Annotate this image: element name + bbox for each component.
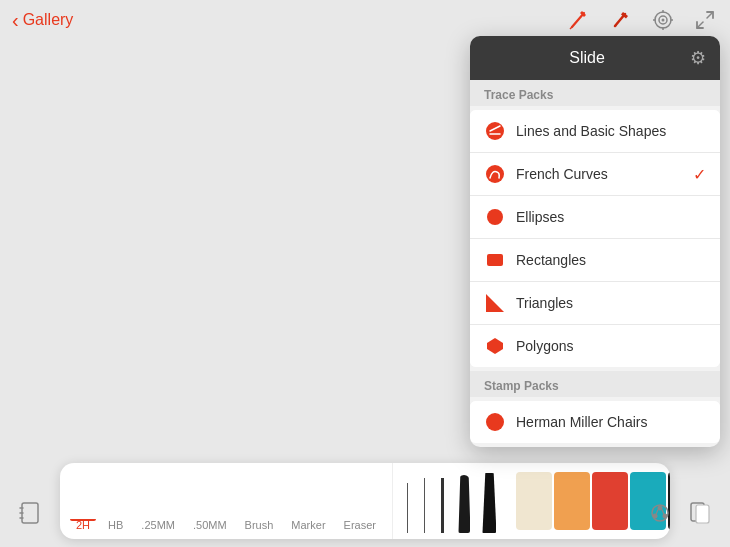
svg-rect-31 (696, 505, 709, 523)
svg-point-18 (486, 165, 504, 183)
back-chevron: ‹ (12, 9, 19, 32)
pack-item-herman[interactable]: Herman Miller Chairs (470, 401, 720, 443)
preview-brush1 (458, 475, 470, 533)
tab-50mm[interactable]: .50MM (187, 519, 233, 539)
pack-item-lines-label: Lines and Basic Shapes (516, 123, 706, 139)
share-icon[interactable] (646, 499, 674, 527)
stamp-packs-header: Stamp Packs (470, 371, 720, 397)
gallery-back-button[interactable]: ‹ Gallery (12, 9, 73, 32)
tab-hb[interactable]: HB (102, 519, 129, 539)
svg-marker-19 (487, 338, 503, 354)
settings-icon[interactable]: ⚙ (690, 47, 706, 69)
gallery-label: Gallery (23, 11, 74, 29)
ellipses-icon (484, 206, 506, 228)
slide-title: Slide (484, 49, 690, 67)
tab-brush[interactable]: Brush (239, 519, 280, 539)
svg-point-8 (662, 19, 665, 22)
pack-item-ellipses[interactable]: Ellipses (470, 196, 720, 239)
stamp-packs-list: Herman Miller Chairs (470, 401, 720, 443)
tab-marker[interactable]: Marker (285, 519, 331, 539)
target-icon[interactable] (650, 7, 676, 33)
bottom-toolbar: 2H HB .25MM .50MM Brush Marker Eraser (60, 463, 670, 539)
preview-thin-line (407, 483, 408, 533)
brush-previews (393, 463, 509, 539)
pack-item-polygons-label: Polygons (516, 338, 706, 354)
tab-25mm[interactable]: .25MM (135, 519, 181, 539)
pack-item-rectangles-label: Rectangles (516, 252, 706, 268)
pack-item-rectangles[interactable]: Rectangles (470, 239, 720, 282)
triangles-icon (484, 292, 506, 314)
pack-item-lines[interactable]: Lines and Basic Shapes (470, 110, 720, 153)
pack-item-triangles[interactable]: Triangles (470, 282, 720, 325)
swatch-orange[interactable] (554, 472, 590, 530)
preview-brush2 (482, 473, 496, 533)
dropdown-header: Slide ⚙ (470, 36, 720, 80)
pen-tool-icon[interactable] (566, 7, 592, 33)
pencil-tool-icon[interactable] (608, 7, 634, 33)
herman-icon (484, 411, 506, 433)
top-right-icons (566, 7, 718, 33)
trace-packs-list: Lines and Basic Shapes French Curves ✓ E… (470, 110, 720, 367)
svg-rect-20 (22, 503, 38, 523)
tool-tabs: 2H HB .25MM .50MM Brush Marker Eraser (60, 463, 393, 539)
pack-item-herman-label: Herman Miller Chairs (516, 414, 706, 430)
polygons-icon (484, 335, 506, 357)
preview-thick-line (441, 478, 444, 533)
svg-point-26 (653, 514, 658, 519)
top-bar: ‹ Gallery (0, 0, 730, 40)
pages-icon[interactable] (686, 499, 714, 527)
svg-line-2 (570, 27, 572, 29)
svg-line-28 (656, 510, 658, 515)
pack-item-polygons[interactable]: Polygons (470, 325, 720, 367)
swatch-red[interactable] (592, 472, 628, 530)
check-icon: ✓ (693, 165, 706, 184)
swatch-beige[interactable] (516, 472, 552, 530)
pack-item-ellipses-label: Ellipses (516, 209, 706, 225)
trace-packs-header: Trace Packs (470, 80, 720, 106)
dropdown-panel: Slide ⚙ Trace Packs Lines and Basic Shap… (470, 36, 720, 447)
rectangles-icon (484, 249, 506, 271)
preview-medium-line (424, 478, 426, 533)
svg-point-27 (663, 514, 668, 519)
svg-point-15 (486, 122, 504, 140)
tab-eraser[interactable]: Eraser (338, 519, 382, 539)
svg-line-29 (662, 510, 664, 515)
pack-item-curves[interactable]: French Curves ✓ (470, 153, 720, 196)
expand-icon[interactable] (692, 7, 718, 33)
tab-2h[interactable]: 2H (70, 519, 96, 539)
pack-item-triangles-label: Triangles (516, 295, 706, 311)
curves-icon (484, 163, 506, 185)
pack-item-curves-label: French Curves (516, 166, 683, 182)
lines-icon (484, 120, 506, 142)
notebook-icon[interactable] (16, 499, 44, 527)
